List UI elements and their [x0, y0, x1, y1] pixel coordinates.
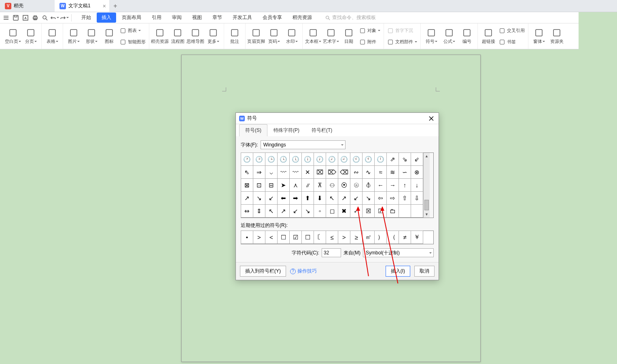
tips-link[interactable]: ?操作技巧 — [290, 268, 317, 275]
ribbon-页码[interactable]: 页码 — [265, 25, 283, 48]
charcode-input[interactable] — [322, 248, 341, 257]
symbol-cell[interactable]: ↙ — [350, 191, 363, 205]
symbol-cell[interactable]: ➡ — [289, 191, 302, 205]
symbol-cell[interactable]: ✓ — [350, 204, 363, 218]
symbol-cell[interactable]: 🗀 — [386, 204, 399, 218]
symbol-cell[interactable]: → — [386, 178, 399, 192]
ribbon-文本框[interactable]: 文本框 — [304, 25, 322, 48]
dialog-titlebar[interactable]: W 符号 — [236, 113, 439, 124]
symbol-cell[interactable]: ⊼ — [314, 178, 326, 192]
ribbon-批注[interactable]: 批注 — [226, 25, 244, 48]
symbol-cell[interactable]: ⇙ — [411, 152, 423, 166]
ribbon-图标[interactable]: 图标 — [100, 25, 118, 48]
ribbon-超链接[interactable]: 超链接 — [479, 25, 497, 48]
symbol-cell[interactable]: ↘ — [301, 204, 314, 218]
tab-document[interactable]: W 文字文稿1 × — [55, 0, 109, 12]
export-icon[interactable] — [21, 13, 30, 22]
symbol-cell[interactable]: ↘ — [362, 191, 375, 205]
symbol-cell[interactable]: ✕ — [301, 165, 314, 179]
scrollbar[interactable]: ▲ ▼ — [423, 153, 430, 218]
scroll-up-icon[interactable]: ▲ — [424, 153, 430, 159]
recent-symbol-cell[interactable]: ） — [374, 231, 387, 244]
symbol-cell[interactable]: 🕑 — [253, 152, 265, 166]
recent-symbol-cell[interactable]: ≥ — [350, 231, 363, 244]
symbol-cell[interactable]: ⋏ — [289, 178, 302, 192]
symbol-cell[interactable]: ↗ — [277, 204, 290, 218]
ribbon-空白页[interactable]: 空白页 — [4, 25, 22, 48]
ribbon-编号[interactable]: 编号 — [458, 25, 476, 48]
symbol-cell[interactable]: ➤ — [277, 178, 290, 192]
recent-symbol-cell[interactable]: > — [253, 231, 265, 244]
ribbon-首字下沉[interactable]: 首字下沉 — [387, 25, 417, 36]
ribbon-符号[interactable]: 符号 — [422, 25, 440, 48]
symbol-cell[interactable]: ⇕ — [253, 204, 265, 218]
symbol-cell[interactable]: ◻ — [326, 204, 338, 218]
menu-插入[interactable]: 插入 — [97, 13, 116, 23]
ribbon-稻壳资源[interactable]: 稻壳资源 — [151, 25, 169, 48]
recent-symbol-cell[interactable]: 〘 — [314, 231, 326, 244]
symbol-cell[interactable]: ⇒ — [253, 165, 265, 179]
recent-symbol-cell[interactable]: ≠ — [399, 231, 411, 244]
scroll-down-icon[interactable]: ▼ — [424, 211, 430, 218]
recent-symbol-cell[interactable]: > — [338, 231, 350, 244]
symbol-cell[interactable]: ⦿ — [338, 178, 350, 192]
close-icon[interactable]: × — [103, 3, 106, 9]
menu-开始[interactable]: 开始 — [76, 13, 96, 23]
close-icon[interactable] — [427, 114, 435, 123]
ribbon-图表[interactable]: 图表 — [120, 25, 146, 36]
symbol-cell[interactable]: 🕗 — [326, 152, 338, 166]
menu-审阅[interactable]: 审阅 — [167, 13, 187, 23]
redo-icon[interactable] — [60, 13, 69, 22]
symbol-cell[interactable]: ↙ — [289, 204, 302, 218]
dialog-tab-0[interactable]: 符号(S) — [239, 124, 267, 136]
ribbon-文档部件[interactable]: 文档部件 — [387, 37, 417, 47]
ribbon-智能图形[interactable]: 智能图形 — [120, 37, 146, 47]
symbol-cell[interactable]: ⬆ — [301, 191, 314, 205]
symbol-cell[interactable]: 🕙 — [350, 152, 363, 166]
symbol-cell[interactable]: 🕐 — [241, 152, 253, 166]
recent-symbol-cell[interactable]: < — [265, 231, 278, 244]
symbol-cell[interactable]: ⬅ — [277, 191, 290, 205]
symbol-cell[interactable]: 🕛 — [374, 152, 387, 166]
ribbon-分页[interactable]: 分页 — [22, 25, 40, 48]
symbol-cell[interactable]: ≋ — [386, 165, 399, 179]
symbol-cell[interactable]: ∽ — [399, 165, 411, 179]
ribbon-图片[interactable]: 图片 — [65, 25, 83, 48]
symbol-cell[interactable]: ☒ — [362, 204, 375, 218]
symbol-cell[interactable]: ⦵ — [326, 178, 338, 192]
symbol-cell[interactable]: ⇧ — [399, 191, 411, 205]
print-icon[interactable] — [31, 13, 40, 22]
symbol-cell[interactable]: ⌦ — [326, 165, 338, 179]
symbol-cell[interactable]: 🕚 — [362, 152, 375, 166]
symbol-cell[interactable]: 🕓 — [277, 152, 290, 166]
symbol-cell[interactable]: ⇩ — [411, 191, 423, 205]
ribbon-日期[interactable]: 日期 — [340, 25, 358, 48]
ribbon-资源夹[interactable]: 资源夹 — [548, 25, 566, 48]
ribbon-形状[interactable]: 形状 — [83, 25, 100, 48]
symbol-cell[interactable]: ↑ — [399, 178, 411, 192]
dialog-tab-2[interactable]: 符号栏(T) — [305, 124, 338, 136]
symbol-cell[interactable]: ∾ — [350, 165, 363, 179]
menu-章节[interactable]: 章节 — [208, 13, 227, 23]
ribbon-表格[interactable]: 表格 — [43, 25, 61, 48]
recent-symbol-cell[interactable]: ≤ — [326, 231, 338, 244]
menu-页面布局[interactable]: 页面布局 — [117, 13, 146, 23]
undo-icon[interactable] — [50, 13, 59, 22]
recent-symbol-cell[interactable]: • — [241, 231, 253, 244]
symbol-cell[interactable]: ⇘ — [399, 152, 411, 166]
symbol-cell[interactable]: ↖ — [326, 191, 338, 205]
dialog-tab-1[interactable]: 特殊字符(P) — [267, 124, 305, 136]
recent-symbol-cell[interactable]: （ — [386, 231, 399, 244]
recent-symbol-cell[interactable]: ☐ — [301, 231, 314, 244]
symbol-cell[interactable]: ⌫ — [338, 165, 350, 179]
ribbon-公式[interactable]: 公式 — [440, 25, 458, 48]
symbol-cell[interactable]: 🕖 — [314, 152, 326, 166]
insert-to-bar-button[interactable]: 插入到符号栏(Y) — [240, 266, 286, 277]
symbol-cell[interactable]: ⌵ — [265, 165, 278, 179]
ribbon-附件[interactable]: 附件 — [359, 37, 380, 47]
ribbon-艺术字[interactable]: 艺术字 — [322, 25, 340, 48]
symbol-cell[interactable]: ↙ — [265, 191, 278, 205]
ribbon-流程图[interactable]: 流程图 — [169, 25, 187, 48]
symbol-cell[interactable]: ⇖ — [241, 165, 253, 179]
ribbon-书签[interactable]: 书签 — [499, 37, 525, 47]
